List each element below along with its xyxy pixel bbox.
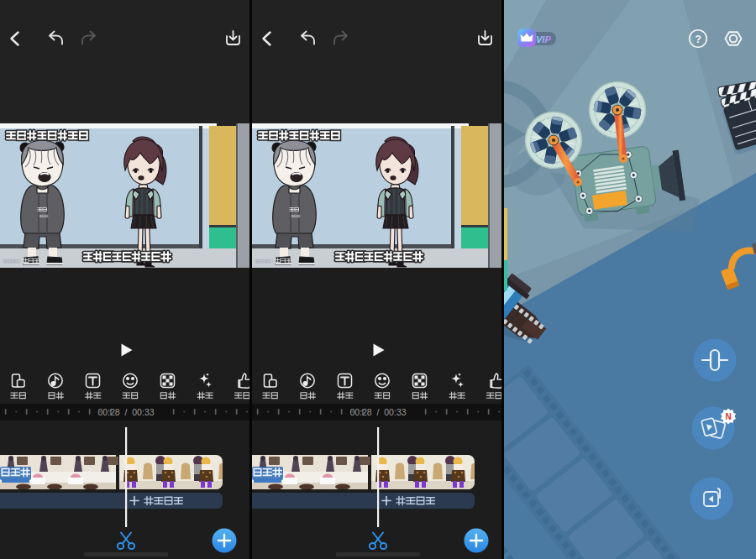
svg-text:VIP: VIP: [536, 34, 551, 44]
svg-text:N: N: [725, 412, 731, 421]
svg-text:?: ?: [695, 34, 701, 45]
svg-text:00:28 / 00:33: 00:28 / 00:33: [349, 407, 406, 417]
svg-text:00:28 / 00:33: 00:28 / 00:33: [97, 407, 154, 417]
